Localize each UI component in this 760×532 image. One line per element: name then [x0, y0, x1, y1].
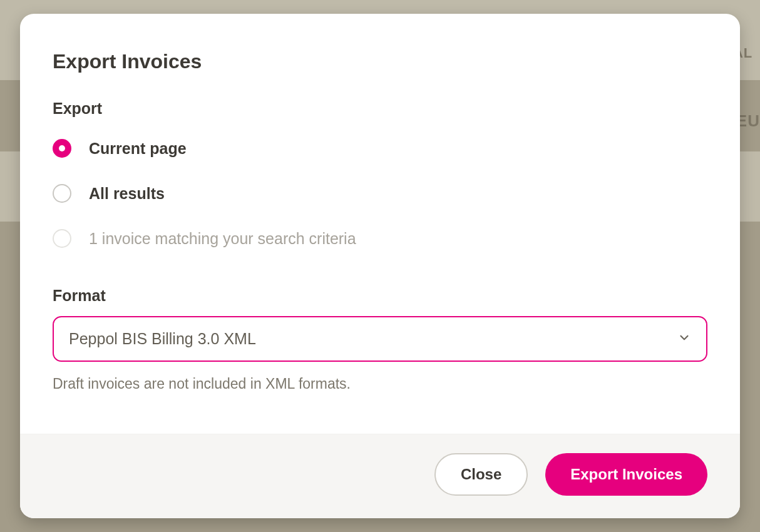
modal-title: Export Invoices	[53, 50, 707, 73]
radio-label: 1 invoice matching your search criteria	[89, 230, 356, 248]
format-select-value: Peppol BIS Billing 3.0 XML	[69, 330, 256, 348]
radio-label: Current page	[89, 140, 187, 158]
chevron-down-icon	[677, 330, 691, 348]
export-invoices-modal: Export Invoices Export Current page All …	[20, 14, 740, 518]
modal-footer: Close Export Invoices	[20, 434, 740, 518]
modal-body: Export Invoices Export Current page All …	[20, 14, 740, 434]
format-label: Format	[53, 287, 707, 305]
radio-dot-icon	[53, 229, 71, 248]
export-invoices-button[interactable]: Export Invoices	[545, 453, 707, 496]
close-button[interactable]: Close	[434, 453, 528, 496]
export-section-title: Export	[53, 100, 707, 118]
export-scope-radio-group: Current page All results 1 invoice match…	[53, 139, 707, 248]
radio-dot-icon	[53, 139, 71, 158]
radio-all-results[interactable]: All results	[53, 184, 707, 203]
radio-label: All results	[89, 185, 165, 203]
format-helper-text: Draft invoices are not included in XML f…	[53, 376, 707, 392]
radio-matching-results: 1 invoice matching your search criteria	[53, 229, 707, 248]
radio-current-page[interactable]: Current page	[53, 139, 707, 158]
format-select[interactable]: Peppol BIS Billing 3.0 XML	[53, 316, 707, 362]
radio-dot-icon	[53, 184, 71, 203]
